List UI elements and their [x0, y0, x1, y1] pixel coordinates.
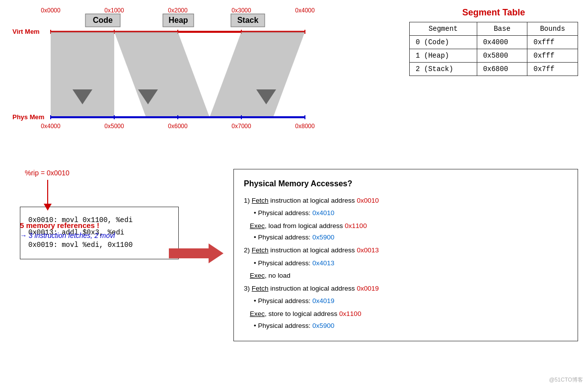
seg-table-row-0: 0 (Code) 0x4000 0xfff — [410, 36, 578, 49]
phys-mem-title: Physical Memory Accesses? — [244, 177, 568, 190]
top-section: 0x0000 0x1000 0x2000 0x3000 0x4000 Code … — [10, 5, 578, 159]
item1-exec-phys: 0x5900 — [312, 233, 334, 241]
item3-phys-addr: 0x4019 — [312, 297, 334, 305]
phys-mem-item-3-exec-sub: • Physical address: 0x5900 — [254, 320, 568, 331]
seg-row-1-bounds: 0xfff — [527, 49, 578, 63]
top-addr-4: 0x4000 — [295, 7, 315, 14]
left-panel: %rip = 0x0010 0x0010: movl 0x1100, %edi … — [10, 169, 228, 259]
seg-table-element: Segment Base Bounds 0 (Code) 0x4000 0xff… — [409, 22, 578, 76]
bottom-section: %rip = 0x0010 0x0010: movl 0x1100, %edi … — [10, 169, 578, 383]
item1-exec-addr: 0x1100 — [345, 222, 367, 230]
item1-fetch-rest: instruction at logical address — [269, 197, 357, 204]
phys-mem-item-3-exec: Exec, store to logical address 0x1100 — [250, 309, 568, 319]
item3-number: 3) — [244, 285, 252, 292]
big-arrow-svg — [169, 241, 223, 266]
top-addr-2: 0x2000 — [168, 7, 188, 14]
phys-mem-item-1-exec: Exec, load from logical address 0x1100 — [250, 221, 568, 232]
memory-refs: 5 memory references ! → 3 instruction fe… — [20, 221, 115, 239]
item2-fetch-addr: 0x0013 — [357, 246, 378, 254]
heap-seg-shape — [114, 32, 210, 117]
item2-fetch-rest: instruction at logical address — [269, 246, 357, 254]
seg-row-0-base: 0x4000 — [477, 36, 527, 49]
memory-refs-line2: → 3 instruction fetches, 2 movl — [20, 232, 115, 239]
item3-exec-rest: , store to logical address — [265, 310, 339, 317]
memory-diagram: 0x0000 0x1000 0x2000 0x3000 0x4000 Code … — [10, 5, 394, 159]
item3-fetch-rest: instruction at logical address — [269, 285, 357, 292]
phys-mem-item-2-exec: Exec, no load — [250, 270, 568, 281]
code-seg-shape — [51, 32, 114, 117]
top-addr-0: 0x0000 — [41, 7, 61, 14]
seg-row-0-segment: 0 (Code) — [410, 36, 477, 49]
top-addr-3: 0x3000 — [231, 7, 251, 14]
phys-mem-item-2-sub: • Physical address: 0x4013 — [254, 258, 568, 269]
diagram-svg: 0x0000 0x1000 0x2000 0x3000 0x4000 Code … — [10, 5, 358, 159]
item2-fetch-label: Fetch — [252, 246, 269, 254]
seg-table-header-row: Segment Base Bounds — [410, 22, 578, 36]
bot-addr-4: 0x8000 — [295, 123, 315, 130]
seg-table-row-1: 1 (Heap) 0x5800 0xfff — [410, 49, 578, 63]
virt-mem-label: Virt Mem — [12, 28, 40, 35]
phys-mem-item-1-sub: • Physical address: 0x4010 — [254, 208, 568, 219]
item1-fetch-label: Fetch — [252, 197, 269, 204]
seg-row-0-bounds: 0xfff — [527, 36, 578, 49]
seg-row-2-segment: 2 (Stack) — [410, 63, 477, 76]
item2-exec-label: Exec — [250, 272, 265, 279]
phys-mem-item-1: 1) Fetch instruction at logical address … — [244, 195, 568, 206]
bot-addr-3: 0x7000 — [231, 123, 251, 130]
phys-mem-item-3-sub: • Physical address: 0x4019 — [254, 296, 568, 307]
seg-stack-label: Stack — [237, 16, 259, 24]
phys-mem-item-2: 2) Fetch instruction at logical address … — [244, 245, 568, 256]
item3-exec-addr: 0x1100 — [339, 310, 361, 317]
segment-table: Segment Table Segment Base Bounds 0 (Cod… — [409, 7, 578, 76]
phys-mem-item-3: 3) Fetch instruction at logical address … — [244, 283, 568, 294]
big-right-arrow — [169, 243, 223, 263]
seg-table-row-2: 2 (Stack) 0x6800 0x7ff — [410, 63, 578, 76]
phys-mem-item-1-exec-sub: • Physical address: 0x5900 — [254, 232, 568, 243]
seg-row-2-base: 0x6800 — [477, 63, 527, 76]
item3-exec-phys: 0x5900 — [312, 322, 334, 329]
stack-seg-shape — [210, 32, 305, 117]
rip-down-arrow — [47, 180, 48, 205]
item2-exec-rest: , no load — [265, 272, 291, 279]
item1-fetch-addr: 0x0010 — [357, 197, 378, 204]
seg-row-2-bounds: 0x7ff — [527, 63, 578, 76]
seg-code-label: Code — [93, 16, 113, 24]
item3-fetch-label: Fetch — [252, 285, 269, 292]
watermark: @51CTO博客 — [549, 376, 583, 384]
seg-row-1-segment: 1 (Heap) — [410, 49, 477, 63]
seg-table-title: Segment Table — [409, 7, 578, 18]
item2-number: 2) — [244, 246, 252, 254]
item1-exec-label: Exec — [250, 222, 265, 230]
item1-exec-rest: , load from logical address — [265, 222, 345, 230]
seg-table-header-base: Base — [477, 22, 527, 36]
rip-label: %rip = 0x0010 — [25, 169, 228, 177]
phys-mem-label: Phys Mem — [12, 113, 44, 121]
bot-addr-2: 0x6000 — [168, 123, 188, 130]
top-addr-1: 0x1000 — [104, 7, 124, 14]
code-line-2: 0x0019: movl %edi, 0x1100 — [28, 239, 170, 251]
item3-fetch-addr: 0x0019 — [357, 285, 378, 292]
item2-phys-addr: 0x4013 — [312, 259, 334, 267]
item3-exec-label: Exec — [250, 310, 265, 317]
item1-number: 1) — [244, 197, 252, 204]
seg-table-header-segment: Segment — [410, 22, 477, 36]
seg-heap-label: Heap — [168, 16, 188, 24]
page-container: 0x0000 0x1000 0x2000 0x3000 0x4000 Code … — [0, 0, 588, 386]
item1-phys-addr: 0x4010 — [312, 209, 334, 217]
memory-refs-line1: 5 memory references ! — [20, 221, 115, 230]
seg-row-1-base: 0x5800 — [477, 49, 527, 63]
right-panel: Physical Memory Accesses? 1) Fetch instr… — [233, 169, 578, 341]
seg-table-header-bounds: Bounds — [527, 22, 578, 36]
bot-addr-1: 0x5000 — [104, 123, 124, 130]
bot-addr-0: 0x4000 — [41, 123, 61, 130]
